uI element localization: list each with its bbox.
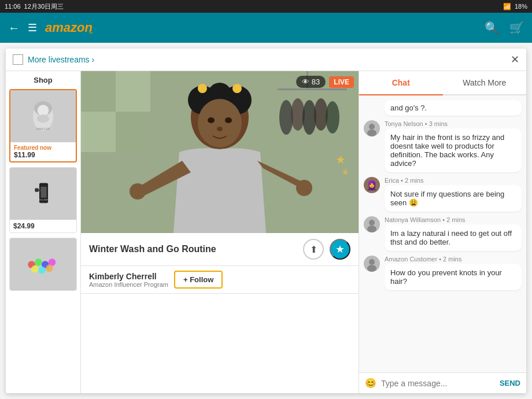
chat-bubble-4: How do you prevent knots in your hair?	[385, 264, 522, 290]
amazon-logo: amazon̲	[45, 20, 476, 35]
eye-icon: 👁	[302, 77, 309, 86]
shop-item-1[interactable]: HAIR CAP Featured now $11.99	[9, 89, 77, 162]
chat-input[interactable]	[381, 379, 495, 388]
viewer-count: 83	[312, 77, 320, 86]
influencer-name: Kimberly Cherrell	[89, 272, 168, 281]
svg-point-50	[369, 259, 375, 265]
nav-bar: ← ☰ amazon̲ 🔍 🛒	[0, 13, 532, 43]
header-checkbox[interactable]	[13, 54, 23, 65]
viewer-badge: 👁 83	[296, 76, 326, 88]
chat-message-1: Tonya Nelson • 3 mins My hair in the fro…	[364, 120, 522, 172]
chat-message-3: Natonya Williamson • 2 mins Im a lazy na…	[364, 216, 522, 251]
chat-bubble-3: Im a lazy natural i need to get out off …	[385, 224, 522, 251]
chat-time-1: 3 mins	[429, 120, 448, 127]
svg-text:BHQ BMP: BHQ BMP	[40, 198, 48, 201]
video-info-bar: Winter Wash and Go Routine ⬆ ★	[81, 233, 359, 266]
chat-time-3: 2 mins	[446, 216, 465, 223]
svg-rect-21	[116, 112, 150, 152]
menu-button[interactable]: ☰	[28, 21, 37, 34]
share-icon: ⬆	[310, 244, 317, 255]
video-overlay-top: 👁 83 LIVE	[296, 76, 354, 88]
chat-bubble-area-1: Tonya Nelson • 3 mins My hair in the fro…	[385, 120, 522, 172]
status-bar: 11:06 12月30日周三 📶 18%	[0, 0, 532, 13]
featured-label: Featured now	[14, 145, 72, 151]
influencer-program: Amazon Influencer Program	[89, 281, 168, 288]
video-title: Winter Wash and Go Routine	[89, 244, 297, 254]
chat-avatar-1	[364, 120, 380, 136]
svg-point-36	[232, 84, 242, 93]
svg-point-37	[198, 99, 242, 147]
send-button[interactable]: SEND	[500, 379, 520, 387]
close-button[interactable]: ✕	[511, 53, 519, 66]
chat-panel: Chat Watch More and go's ?.	[359, 71, 526, 393]
video-actions: ⬆ ★	[303, 239, 350, 260]
chat-user-4: Amazon Customer	[385, 256, 437, 263]
card-header: More livestreams › ✕	[6, 49, 526, 71]
svg-point-51	[367, 265, 376, 272]
chat-bubble-area-3: Natonya Williamson • 2 mins Im a lazy na…	[385, 216, 522, 251]
video-placeholder: ★ ★	[81, 71, 359, 233]
svg-point-47	[369, 220, 375, 226]
main-content: More livestreams › ✕ Shop	[0, 43, 532, 399]
chat-avatar-4	[364, 256, 380, 272]
center-and-chat: ★ ★	[81, 71, 526, 393]
svg-point-17	[46, 264, 53, 272]
chat-bubble-1: My hair in the front is so frizzy and do…	[385, 128, 522, 172]
chat-meta-2: Erica • 2 mins	[385, 177, 522, 184]
svg-point-44	[369, 124, 375, 130]
chat-bubble-2: Not sure if my questions are being seen …	[385, 185, 522, 212]
shop-item-1-info: Featured now $11.99	[10, 142, 76, 161]
nav-icons: 🔍 🛒	[485, 21, 524, 35]
shop-item-1-price: $11.99	[14, 151, 72, 159]
livestream-card: More livestreams › ✕ Shop	[6, 49, 526, 393]
svg-point-16	[39, 266, 46, 274]
chat-bubble-area-2: Erica • 2 mins Not sure if my questions …	[385, 177, 522, 212]
svg-rect-8	[35, 188, 39, 191]
svg-point-15	[31, 265, 39, 273]
svg-point-38	[208, 117, 215, 123]
svg-point-2	[38, 105, 49, 116]
cart-icon[interactable]: 🛒	[509, 21, 524, 35]
shop-item-3[interactable]	[9, 238, 77, 291]
svg-point-3	[37, 114, 49, 123]
more-livestreams-link[interactable]: More livestreams ›	[28, 55, 511, 64]
shop-item-2[interactable]: BHQ BMP FROM OA, USA $24.99	[9, 167, 77, 233]
chat-messages: and go's ?. Tonya Nelson • 3 mins	[359, 95, 526, 372]
svg-rect-20	[81, 71, 116, 112]
svg-text:★: ★	[341, 167, 349, 177]
favorite-button[interactable]: ★	[330, 239, 350, 260]
chat-avatar-3	[364, 216, 380, 232]
svg-point-35	[198, 84, 207, 93]
svg-text:HAIR CAP: HAIR CAP	[36, 127, 50, 130]
chat-meta-1: Tonya Nelson • 3 mins	[385, 120, 522, 127]
emoji-icon: 😊	[365, 378, 376, 389]
tab-chat[interactable]: Chat	[359, 71, 443, 94]
svg-point-40	[217, 127, 223, 131]
follow-button[interactable]: + Follow	[174, 271, 223, 289]
chat-user-2: Erica	[385, 177, 399, 184]
svg-point-48	[367, 226, 376, 232]
tab-watch-more[interactable]: Watch More	[443, 71, 527, 94]
chat-time-2: 2 mins	[405, 177, 423, 184]
svg-text:★: ★	[335, 153, 346, 166]
shop-sidebar: Shop HAIR CAP Featured	[6, 71, 81, 393]
shop-title: Shop	[9, 76, 77, 84]
chat-message-4: Amazon Customer • 2 mins How do you prev…	[364, 256, 522, 290]
chat-bubble-area-4: Amazon Customer • 2 mins How do you prev…	[385, 256, 522, 290]
shop-item-2-info: $24.99	[10, 220, 76, 232]
chat-message-2: 🧕 Erica • 2 mins Not sure if my question…	[364, 177, 522, 212]
chat-tabs: Chat Watch More	[359, 71, 526, 95]
star-icon: ★	[335, 243, 345, 256]
search-icon[interactable]: 🔍	[485, 21, 499, 35]
shop-item-3-image	[10, 238, 76, 290]
chat-partial-message: and go's ?.	[385, 100, 522, 116]
share-button[interactable]: ⬆	[303, 239, 324, 260]
chat-user-3: Natonya Williamson	[385, 216, 441, 223]
chat-meta-4: Amazon Customer • 2 mins	[385, 256, 522, 263]
chat-input-area: 😊 SEND	[359, 372, 526, 393]
back-button[interactable]: ←	[8, 21, 20, 35]
chat-user-1: Tonya Nelson	[385, 120, 423, 127]
video-section: ★ ★	[81, 71, 359, 233]
shop-item-2-image: BHQ BMP FROM OA, USA	[10, 168, 76, 220]
center-column: ★ ★	[81, 71, 359, 393]
